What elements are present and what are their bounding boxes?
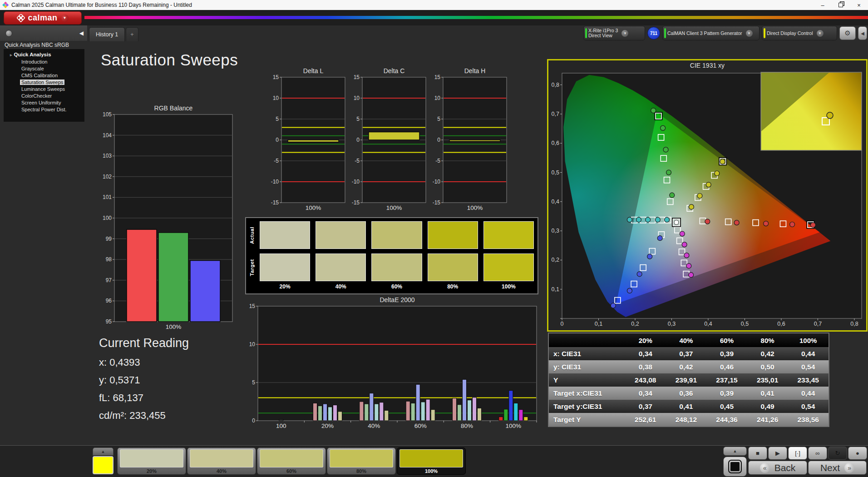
table-cell: 0,54: [788, 402, 829, 411]
sync-button[interactable]: ↻: [828, 447, 847, 460]
tab-history-1[interactable]: History 1: [89, 27, 125, 41]
table-row-label: y: CIE31: [549, 363, 625, 371]
pattern-button-20[interactable]: 20%: [117, 447, 186, 475]
window-title: Calman 2025 Calman Ultimate for Business…: [11, 2, 192, 8]
table-header-cell: 20%: [625, 337, 666, 344]
table-row: Target Y252,61248,12244,36241,26238,56: [549, 413, 829, 426]
pattern-label: 60%: [260, 467, 323, 474]
pattern-generator-dropdown[interactable]: CalMAN Client 3 Pattern Generator ▼: [662, 26, 760, 40]
delta-h-chart: Delta H-15-10-5051015100%: [428, 67, 510, 213]
restore-button[interactable]: [832, 0, 850, 10]
swatch-target-40%: [316, 253, 366, 281]
current-reading-fl: fL: 68,137: [99, 392, 189, 404]
svg-text:105: 105: [103, 111, 112, 118]
sidebar-item-colorchecker[interactable]: ColorChecker: [4, 92, 84, 99]
delta-c-chart: Delta C-15-10-5051015100%: [347, 67, 429, 213]
play-button[interactable]: ▶: [768, 447, 787, 460]
toolbar: ◀ History 1+ X-Rite i1Pro 3Direct View ▼…: [0, 25, 868, 41]
window-titlebar: Calman 2025 Calman Ultimate for Business…: [0, 0, 868, 10]
minimize-button[interactable]: –: [814, 0, 832, 10]
svg-text:100%: 100%: [306, 204, 321, 211]
svg-text:0,7: 0,7: [552, 111, 559, 117]
current-reading-x: x: 0,4393: [99, 357, 189, 368]
logo-dropdown-icon[interactable]: ▼: [61, 15, 69, 22]
svg-text:96: 96: [106, 298, 112, 304]
sidebar-title: Quick Analysis NBC sRGB: [5, 42, 69, 48]
svg-text:40%: 40%: [368, 422, 380, 429]
svg-text:-5: -5: [355, 158, 360, 164]
settings-button[interactable]: ⚙: [839, 26, 856, 40]
svg-text:0,5: 0,5: [741, 321, 749, 327]
svg-text:15: 15: [354, 74, 360, 80]
sidebar-item-introduction[interactable]: Introduction: [4, 58, 84, 65]
sidebar-item-grayscale[interactable]: Grayscale: [4, 65, 84, 72]
swatch-target-100%: [483, 253, 534, 281]
table-header-cell: 80%: [747, 337, 788, 344]
svg-text:-10: -10: [352, 179, 360, 185]
svg-text:99: 99: [106, 236, 112, 242]
table-cell: 252,61: [625, 416, 666, 424]
swatch-row-label: Actual: [247, 219, 257, 251]
blank-button[interactable]: ●: [848, 447, 867, 460]
table-cell: 0,37: [666, 350, 707, 358]
table-cell: 237,15: [706, 376, 747, 384]
pattern-label: 40%: [190, 467, 253, 474]
sidebar-collapse-icon[interactable]: ◀: [79, 30, 84, 36]
calman-logo-menu[interactable]: calman ▼: [4, 11, 82, 25]
arrow-up-icon: ▲: [101, 449, 105, 454]
table-cell: 0,49: [747, 402, 788, 411]
svg-text:0,5: 0,5: [552, 169, 559, 176]
display-control-dropdown[interactable]: Direct Display Control ▼: [762, 26, 837, 40]
svg-text:0,6: 0,6: [777, 321, 785, 327]
read-continuous-button[interactable]: [723, 457, 747, 477]
svg-text:-15: -15: [433, 199, 441, 206]
results-table: 20%40%60%80%100%x: CIE310,340,370,390,42…: [548, 333, 829, 427]
loop-infinite-button[interactable]: ∞: [808, 447, 827, 460]
transport-expand-button[interactable]: ▲: [723, 447, 747, 456]
meter-dropdown[interactable]: X-Rite i1Pro 3Direct View ▼: [583, 26, 645, 40]
svg-text:5: 5: [276, 116, 279, 122]
pattern-expand-button[interactable]: ▲: [93, 447, 113, 456]
stop-button[interactable]: ■: [748, 447, 767, 460]
table-cell: 0,50: [747, 363, 788, 371]
close-button[interactable]: ×: [850, 0, 868, 10]
table-cell: 0,42: [747, 350, 788, 358]
table-cell: 0,54: [788, 363, 829, 371]
next-label: Next: [820, 462, 840, 473]
pattern-swatch: [330, 449, 393, 467]
pattern-button-80[interactable]: 80%: [327, 447, 396, 475]
svg-text:-10: -10: [271, 179, 279, 185]
chevron-down-icon: ▼: [817, 30, 824, 37]
table-cell: 0,34: [625, 350, 666, 358]
sidebar-item-screen-uniformity[interactable]: Screen Uniformity: [4, 99, 84, 106]
sidebar-item-saturation-sweeps[interactable]: Saturation Sweeps: [4, 79, 84, 85]
panel-collapse-button[interactable]: ◀: [858, 26, 867, 40]
sidebar-item-luminance-sweeps[interactable]: Luminance Sweeps: [4, 85, 84, 92]
pattern-button-60[interactable]: 60%: [257, 447, 326, 475]
pattern-window-button[interactable]: [·]: [788, 447, 807, 460]
svg-text:10: 10: [273, 95, 279, 101]
swatch-corner: [247, 283, 257, 293]
svg-text:101: 101: [103, 194, 112, 200]
tree-root[interactable]: ▸Quick Analysis: [4, 51, 84, 58]
svg-text:103: 103: [103, 153, 112, 159]
back-button[interactable]: « Back: [748, 461, 807, 475]
table-row: x: CIE310,340,370,390,420,44: [549, 347, 829, 360]
chevron-down-icon: ▼: [746, 30, 753, 37]
svg-text:100: 100: [103, 215, 112, 221]
tab-strip: History 1+: [89, 27, 138, 41]
svg-text:0: 0: [276, 137, 279, 143]
stop-icon: ■: [756, 450, 760, 457]
sidebar-item-cms-calibration[interactable]: CMS Calibration: [4, 72, 84, 79]
pattern-button-40[interactable]: 40%: [187, 447, 256, 475]
workflow-options-button[interactable]: [5, 30, 12, 37]
sidebar-item-spectral-power-dist-[interactable]: Spectral Power Dist.: [4, 106, 84, 113]
chevrons-right-icon: »: [844, 463, 854, 473]
pattern-button-100[interactable]: 100%: [397, 447, 466, 475]
svg-text:100%: 100%: [467, 204, 483, 211]
calman-wordmark: calman: [28, 13, 57, 23]
meter-badge[interactable]: 711: [647, 27, 660, 40]
tab-+[interactable]: +: [126, 27, 138, 41]
svg-text:Delta C: Delta C: [384, 67, 405, 75]
next-button[interactable]: Next »: [808, 461, 867, 475]
